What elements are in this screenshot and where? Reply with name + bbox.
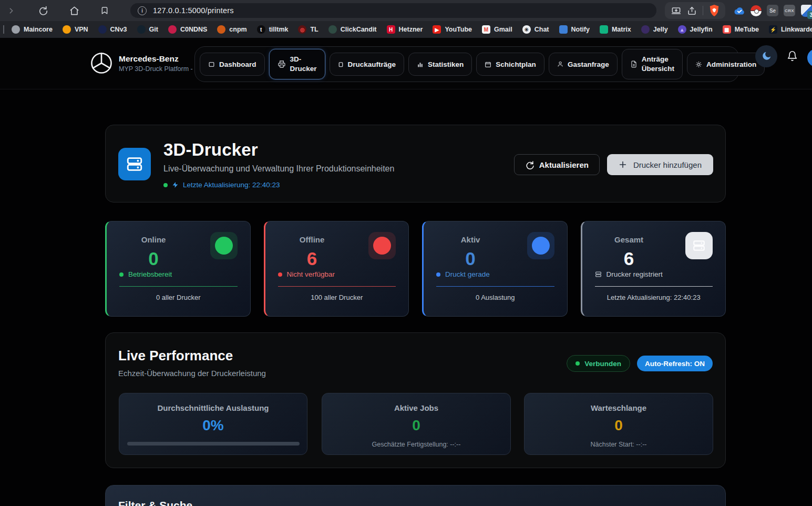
status-dot (436, 272, 440, 277)
browser-window: i 127.0.0.1:5000/printers Se CRX (0, 0, 812, 506)
bookmark-label: Maincore (24, 26, 53, 33)
nav-tab-gastanfrage[interactable]: Gastanfrage (549, 53, 618, 76)
stat-value: 0 (148, 248, 158, 269)
bookmark-item[interactable]: Notify (559, 25, 590, 34)
notifications-button[interactable] (787, 50, 798, 62)
stat-card-offline: Offline 6 Nicht verfügbar 100 aller Druc… (264, 221, 409, 317)
live-performance-subtitle: Echzeit-Überwachung der Druckerleistung (118, 369, 266, 378)
stat-status: Nicht verfügbar (278, 270, 396, 278)
bookmark-favicon: ▶ (433, 25, 441, 34)
bookmark-item[interactable]: M Gmail (482, 25, 512, 34)
bookmark-flag-icon[interactable] (97, 3, 112, 18)
reload-icon[interactable] (35, 3, 50, 18)
bookmark-favicon (12, 25, 20, 34)
selenium-extension-icon[interactable]: Se (767, 5, 778, 16)
bookmark-item[interactable]: ⚡ Linkwarden (769, 25, 812, 34)
bookmark-label: cnpm (229, 26, 246, 33)
address-bar[interactable]: i 127.0.0.1:5000/printers (130, 3, 656, 18)
theme-toggle-button[interactable] (755, 45, 777, 67)
home-icon[interactable] (66, 3, 82, 18)
lightning-icon (172, 181, 179, 189)
stat-status: Betriebsbereit (119, 270, 238, 278)
bookmark-favicon (137, 25, 146, 34)
page-header-actions: Aktualisieren Drucker hinzufügen (514, 154, 713, 175)
filter-search-card: Filter & Suche (105, 485, 726, 506)
bookmark-label: MeTube (735, 26, 759, 33)
stat-label: Offline (300, 235, 325, 244)
document-icon (630, 60, 638, 68)
bookmark-favicon: ▦ (723, 25, 731, 34)
pokeball-extension-icon[interactable] (751, 5, 762, 16)
bookmark-label: Git (149, 26, 158, 33)
nav-tab-antraege-uebersicht[interactable]: AnträgeÜbersicht (622, 49, 683, 79)
avatar[interactable] (807, 49, 812, 67)
brave-shield-icon[interactable] (706, 3, 722, 18)
bookmark-item[interactable]: ▦ MeTube (723, 25, 759, 34)
bookmark-item[interactable]: cnpm (217, 25, 246, 34)
bookmark-label: VPN (75, 26, 88, 33)
main-content: 3D-Drucker Live-Überwachung und Verwaltu… (0, 89, 812, 506)
bookmarks-divider (3, 25, 4, 34)
bookmark-favicon (217, 25, 225, 34)
brand: Mercedes-Benz MYP 3D-Druck Platform - (90, 52, 193, 74)
stats-row: Online 0 Betriebsbereit 0 aller Drucker … (105, 221, 726, 317)
bookmark-favicon: ✳ (522, 25, 531, 34)
server-mini-icon (595, 271, 602, 278)
bookmark-favicon: ⚡ (769, 25, 777, 34)
nav-tab-schichtplan[interactable]: Schichtplan (476, 53, 544, 76)
bookmark-item[interactable]: t tilltmk (257, 25, 289, 34)
bookmark-item[interactable]: Jelly (641, 25, 668, 34)
bookmark-item[interactable]: Matrix (600, 25, 631, 34)
bookmark-item[interactable]: ◎ TL (298, 25, 318, 34)
extensions-row: Se CRX 3 (734, 5, 812, 16)
bookmark-favicon (559, 25, 568, 34)
auto-refresh-toggle[interactable]: Auto-Refresh: ON (637, 356, 713, 371)
bookmark-item[interactable]: H Hetzner (387, 25, 423, 34)
bookmark-item[interactable]: Maincore (12, 25, 53, 34)
offline-status-icon (368, 232, 396, 259)
bookmark-favicon: ▲ (678, 25, 686, 34)
bookmark-item[interactable]: ✳ Chat (522, 25, 549, 34)
stat-footer: 100 aller Drucker (278, 294, 396, 301)
avg-utilization-card: Durchschnittliche Auslastung 0% (119, 393, 307, 455)
stat-card-aktiv: Aktiv 0 Druckt gerade 0 Auslastung (422, 221, 568, 317)
cloud-sync-icon[interactable] (734, 5, 745, 16)
printer-server-icon (118, 148, 151, 180)
page-title: 3D-Drucker (163, 140, 258, 160)
refresh-button[interactable]: Aktualisieren (514, 154, 600, 175)
nav-tab-dashboard[interactable]: Dashboard (200, 53, 265, 76)
nav-tab-statistiken[interactable]: Statistiken (408, 53, 472, 76)
bookmark-favicon (98, 25, 107, 34)
send-to-device-icon[interactable] (668, 3, 684, 18)
site-info-icon[interactable]: i (138, 6, 147, 15)
bookmark-item[interactable]: CNv3 (98, 25, 127, 34)
bookmark-item[interactable]: Git (137, 25, 158, 34)
online-dot (163, 183, 168, 187)
bookmark-item[interactable]: ▶ YouTube (433, 25, 472, 34)
divider (436, 286, 554, 287)
privacy-shield-extension-icon[interactable]: 3 (800, 5, 812, 16)
connected-badge: Verbunden (567, 355, 630, 372)
bookmark-item[interactable]: ▲ Jellyfin (678, 25, 713, 34)
nav-tab-3d-drucker[interactable]: 3D-Drucker (269, 49, 325, 79)
bookmark-item[interactable]: C0NDNS (168, 25, 207, 34)
nav-tab-druckauftraege[interactable]: Druckaufträge (330, 53, 405, 76)
bookmark-favicon: M (482, 25, 490, 34)
last-update-status: Letzte Aktualisierung: 22:40:23 (163, 181, 280, 189)
url-text[interactable]: 127.0.0.1:5000/printers (153, 6, 234, 15)
bookmark-item[interactable]: ClickCandit (328, 25, 377, 34)
performance-cards-row: Durchschnittliche Auslastung 0% Aktive J… (119, 393, 713, 455)
brand-subtitle: MYP 3D-Druck Platform - (119, 65, 193, 73)
stat-value: 6 (307, 248, 317, 269)
nav-tab-administration[interactable]: Administration (687, 53, 765, 76)
bookmark-favicon (168, 25, 177, 34)
stat-card-gesamt: Gesamt 6 Drucker registriert Letzte Aktu… (581, 221, 726, 317)
add-printer-button[interactable]: Drucker hinzufügen (607, 154, 713, 175)
bookmark-item[interactable]: VPN (63, 25, 88, 34)
forward-icon[interactable] (3, 3, 19, 18)
filter-search-title: Filter & Suche (118, 499, 192, 506)
share-icon[interactable] (684, 3, 700, 18)
stat-value: 0 (465, 248, 475, 269)
calendar-icon (485, 61, 491, 68)
crx-extension-icon[interactable]: CRX (784, 5, 795, 16)
